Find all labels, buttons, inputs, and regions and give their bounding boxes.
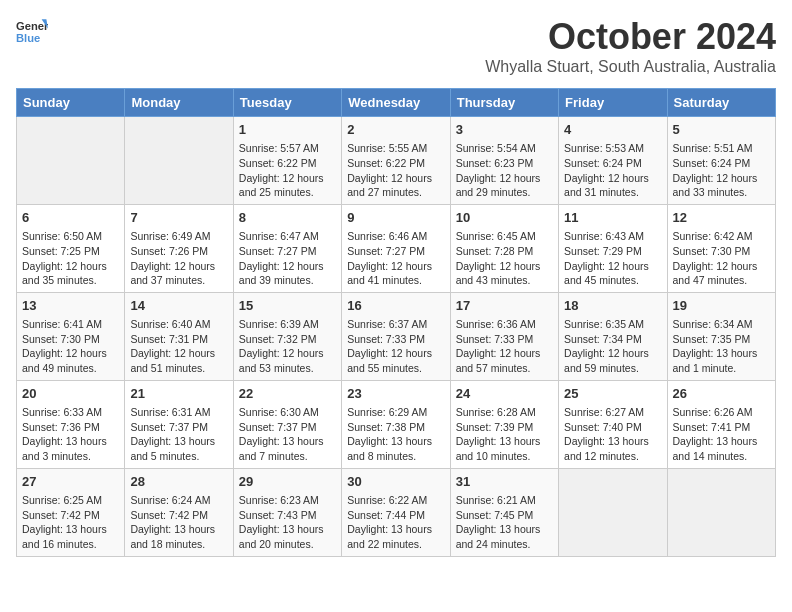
calendar-cell bbox=[559, 468, 667, 556]
day-number: 22 bbox=[239, 385, 336, 403]
calendar-cell: 6Sunrise: 6:50 AM Sunset: 7:25 PM Daylig… bbox=[17, 204, 125, 292]
calendar-cell: 26Sunrise: 6:26 AM Sunset: 7:41 PM Dayli… bbox=[667, 380, 775, 468]
day-number: 3 bbox=[456, 121, 553, 139]
day-number: 10 bbox=[456, 209, 553, 227]
day-number: 31 bbox=[456, 473, 553, 491]
calendar-week-3: 13Sunrise: 6:41 AM Sunset: 7:30 PM Dayli… bbox=[17, 292, 776, 380]
day-info: Sunrise: 6:45 AM Sunset: 7:28 PM Dayligh… bbox=[456, 229, 553, 288]
day-number: 6 bbox=[22, 209, 119, 227]
calendar-week-5: 27Sunrise: 6:25 AM Sunset: 7:42 PM Dayli… bbox=[17, 468, 776, 556]
day-header-sunday: Sunday bbox=[17, 89, 125, 117]
calendar-cell: 2Sunrise: 5:55 AM Sunset: 6:22 PM Daylig… bbox=[342, 117, 450, 205]
day-number: 16 bbox=[347, 297, 444, 315]
calendar-table: SundayMondayTuesdayWednesdayThursdayFrid… bbox=[16, 88, 776, 557]
day-info: Sunrise: 6:23 AM Sunset: 7:43 PM Dayligh… bbox=[239, 493, 336, 552]
day-info: Sunrise: 6:27 AM Sunset: 7:40 PM Dayligh… bbox=[564, 405, 661, 464]
calendar-cell: 27Sunrise: 6:25 AM Sunset: 7:42 PM Dayli… bbox=[17, 468, 125, 556]
day-info: Sunrise: 6:46 AM Sunset: 7:27 PM Dayligh… bbox=[347, 229, 444, 288]
day-number: 11 bbox=[564, 209, 661, 227]
day-number: 15 bbox=[239, 297, 336, 315]
header: General Blue October 2024 Whyalla Stuart… bbox=[16, 16, 776, 76]
day-number: 25 bbox=[564, 385, 661, 403]
calendar-cell: 13Sunrise: 6:41 AM Sunset: 7:30 PM Dayli… bbox=[17, 292, 125, 380]
day-header-thursday: Thursday bbox=[450, 89, 558, 117]
calendar-cell: 4Sunrise: 5:53 AM Sunset: 6:24 PM Daylig… bbox=[559, 117, 667, 205]
day-info: Sunrise: 5:54 AM Sunset: 6:23 PM Dayligh… bbox=[456, 141, 553, 200]
calendar-cell: 18Sunrise: 6:35 AM Sunset: 7:34 PM Dayli… bbox=[559, 292, 667, 380]
calendar-cell: 22Sunrise: 6:30 AM Sunset: 7:37 PM Dayli… bbox=[233, 380, 341, 468]
day-number: 30 bbox=[347, 473, 444, 491]
day-number: 13 bbox=[22, 297, 119, 315]
day-number: 2 bbox=[347, 121, 444, 139]
day-info: Sunrise: 6:25 AM Sunset: 7:42 PM Dayligh… bbox=[22, 493, 119, 552]
day-info: Sunrise: 5:57 AM Sunset: 6:22 PM Dayligh… bbox=[239, 141, 336, 200]
calendar-cell: 25Sunrise: 6:27 AM Sunset: 7:40 PM Dayli… bbox=[559, 380, 667, 468]
day-info: Sunrise: 6:37 AM Sunset: 7:33 PM Dayligh… bbox=[347, 317, 444, 376]
day-number: 21 bbox=[130, 385, 227, 403]
day-info: Sunrise: 5:51 AM Sunset: 6:24 PM Dayligh… bbox=[673, 141, 770, 200]
logo-icon: General Blue bbox=[16, 16, 48, 48]
calendar-cell: 28Sunrise: 6:24 AM Sunset: 7:42 PM Dayli… bbox=[125, 468, 233, 556]
day-header-tuesday: Tuesday bbox=[233, 89, 341, 117]
day-header-wednesday: Wednesday bbox=[342, 89, 450, 117]
month-title: October 2024 bbox=[485, 16, 776, 58]
calendar-cell: 11Sunrise: 6:43 AM Sunset: 7:29 PM Dayli… bbox=[559, 204, 667, 292]
day-info: Sunrise: 6:36 AM Sunset: 7:33 PM Dayligh… bbox=[456, 317, 553, 376]
calendar-cell: 23Sunrise: 6:29 AM Sunset: 7:38 PM Dayli… bbox=[342, 380, 450, 468]
day-info: Sunrise: 6:35 AM Sunset: 7:34 PM Dayligh… bbox=[564, 317, 661, 376]
calendar-cell: 20Sunrise: 6:33 AM Sunset: 7:36 PM Dayli… bbox=[17, 380, 125, 468]
day-number: 4 bbox=[564, 121, 661, 139]
calendar-cell: 17Sunrise: 6:36 AM Sunset: 7:33 PM Dayli… bbox=[450, 292, 558, 380]
day-info: Sunrise: 5:55 AM Sunset: 6:22 PM Dayligh… bbox=[347, 141, 444, 200]
header-row: SundayMondayTuesdayWednesdayThursdayFrid… bbox=[17, 89, 776, 117]
day-info: Sunrise: 6:30 AM Sunset: 7:37 PM Dayligh… bbox=[239, 405, 336, 464]
day-header-monday: Monday bbox=[125, 89, 233, 117]
day-header-saturday: Saturday bbox=[667, 89, 775, 117]
calendar-week-4: 20Sunrise: 6:33 AM Sunset: 7:36 PM Dayli… bbox=[17, 380, 776, 468]
day-header-friday: Friday bbox=[559, 89, 667, 117]
calendar-cell: 12Sunrise: 6:42 AM Sunset: 7:30 PM Dayli… bbox=[667, 204, 775, 292]
calendar-cell: 3Sunrise: 5:54 AM Sunset: 6:23 PM Daylig… bbox=[450, 117, 558, 205]
day-info: Sunrise: 6:41 AM Sunset: 7:30 PM Dayligh… bbox=[22, 317, 119, 376]
calendar-cell: 5Sunrise: 5:51 AM Sunset: 6:24 PM Daylig… bbox=[667, 117, 775, 205]
day-number: 26 bbox=[673, 385, 770, 403]
calendar-cell bbox=[125, 117, 233, 205]
calendar-cell: 24Sunrise: 6:28 AM Sunset: 7:39 PM Dayli… bbox=[450, 380, 558, 468]
day-number: 27 bbox=[22, 473, 119, 491]
day-number: 8 bbox=[239, 209, 336, 227]
calendar-cell: 9Sunrise: 6:46 AM Sunset: 7:27 PM Daylig… bbox=[342, 204, 450, 292]
day-number: 23 bbox=[347, 385, 444, 403]
day-info: Sunrise: 6:49 AM Sunset: 7:26 PM Dayligh… bbox=[130, 229, 227, 288]
calendar-cell: 10Sunrise: 6:45 AM Sunset: 7:28 PM Dayli… bbox=[450, 204, 558, 292]
calendar-cell: 31Sunrise: 6:21 AM Sunset: 7:45 PM Dayli… bbox=[450, 468, 558, 556]
location-title: Whyalla Stuart, South Australia, Austral… bbox=[485, 58, 776, 76]
calendar-cell: 30Sunrise: 6:22 AM Sunset: 7:44 PM Dayli… bbox=[342, 468, 450, 556]
calendar-cell: 8Sunrise: 6:47 AM Sunset: 7:27 PM Daylig… bbox=[233, 204, 341, 292]
day-info: Sunrise: 6:21 AM Sunset: 7:45 PM Dayligh… bbox=[456, 493, 553, 552]
day-number: 24 bbox=[456, 385, 553, 403]
day-number: 7 bbox=[130, 209, 227, 227]
day-info: Sunrise: 6:34 AM Sunset: 7:35 PM Dayligh… bbox=[673, 317, 770, 376]
svg-text:Blue: Blue bbox=[16, 32, 40, 44]
day-number: 5 bbox=[673, 121, 770, 139]
day-info: Sunrise: 6:29 AM Sunset: 7:38 PM Dayligh… bbox=[347, 405, 444, 464]
svg-text:General: General bbox=[16, 20, 48, 32]
calendar-cell bbox=[667, 468, 775, 556]
day-info: Sunrise: 6:33 AM Sunset: 7:36 PM Dayligh… bbox=[22, 405, 119, 464]
calendar-week-2: 6Sunrise: 6:50 AM Sunset: 7:25 PM Daylig… bbox=[17, 204, 776, 292]
day-number: 17 bbox=[456, 297, 553, 315]
day-info: Sunrise: 6:22 AM Sunset: 7:44 PM Dayligh… bbox=[347, 493, 444, 552]
day-info: Sunrise: 6:47 AM Sunset: 7:27 PM Dayligh… bbox=[239, 229, 336, 288]
day-number: 18 bbox=[564, 297, 661, 315]
day-info: Sunrise: 6:28 AM Sunset: 7:39 PM Dayligh… bbox=[456, 405, 553, 464]
logo-area: General Blue bbox=[16, 16, 52, 48]
day-info: Sunrise: 6:42 AM Sunset: 7:30 PM Dayligh… bbox=[673, 229, 770, 288]
calendar-cell bbox=[17, 117, 125, 205]
calendar-cell: 15Sunrise: 6:39 AM Sunset: 7:32 PM Dayli… bbox=[233, 292, 341, 380]
day-number: 20 bbox=[22, 385, 119, 403]
day-info: Sunrise: 6:40 AM Sunset: 7:31 PM Dayligh… bbox=[130, 317, 227, 376]
calendar-week-1: 1Sunrise: 5:57 AM Sunset: 6:22 PM Daylig… bbox=[17, 117, 776, 205]
day-info: Sunrise: 6:39 AM Sunset: 7:32 PM Dayligh… bbox=[239, 317, 336, 376]
day-info: Sunrise: 6:50 AM Sunset: 7:25 PM Dayligh… bbox=[22, 229, 119, 288]
day-info: Sunrise: 6:43 AM Sunset: 7:29 PM Dayligh… bbox=[564, 229, 661, 288]
